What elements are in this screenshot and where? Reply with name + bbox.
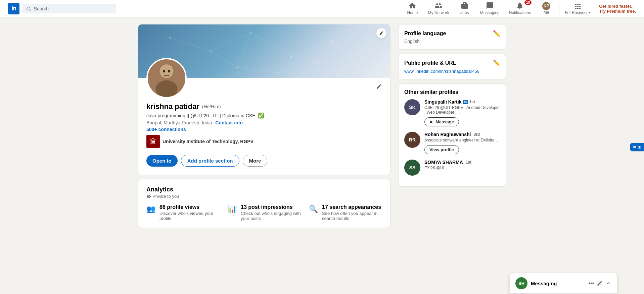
public-profile-title: Public profile & URL ✏️ [404,59,500,67]
svg-point-18 [277,72,279,74]
pencil-icon [379,31,384,36]
navbar: in Home My Network Jobs [0,0,644,17]
public-profile-edit[interactable]: ✏️ [493,59,500,67]
notifications-badge: 10 [524,0,532,5]
messaging-actions: ••• [588,280,611,286]
svg-point-12 [210,51,212,52]
svg-line-9 [278,62,318,73]
search-bar[interactable] [22,4,116,13]
svg-point-23 [163,70,165,72]
suggestion-name-singupalli: Singupalli Kartik in 1st [424,99,500,105]
bell-icon [516,2,524,10]
add-profile-section-button[interactable]: Add profile section [181,155,239,167]
view-profile-rohan-button[interactable]: View profile [424,145,459,154]
messaging-header[interactable]: SH Messaging ••• [510,273,617,294]
suggestion-info-somya: SOMYA SHARMA 1st EX'26 @UI... [424,160,500,170]
public-profile-card: Public profile & URL ✏️ www.linkedin.com… [399,54,506,79]
search-appearances-desc: See how often you appear in search resul… [322,211,382,221]
message-singupalli-button[interactable]: Message [424,117,459,126]
profile-banner [138,24,390,78]
profile-info: krishna patidar (He/Him) Java programmin… [138,78,390,175]
profile-language-value: English [404,39,500,44]
suggestion-avatar-somya: SS [404,160,420,176]
analytics-post-impressions[interactable]: 📊 13 post impressions Check out who's en… [228,204,301,221]
search-icon [26,6,31,11]
nav-notifications[interactable]: 10 Notifications [505,0,535,18]
profile-section: krishna patidar (He/Him) Java programmin… [138,24,390,228]
nav-my-network[interactable]: My Network [424,0,453,18]
svg-point-0 [27,7,30,10]
svg-point-17 [237,67,238,68]
right-sidebar: Profile language ✏️ English Public profi… [399,24,506,228]
profile-info-edit-button[interactable] [376,83,382,91]
nav-jobs-label: Jobs [460,10,469,15]
messaging-title: Messaging [531,281,585,286]
profile-actions: Open to Add profile section More [146,155,382,167]
analytics-profile-views[interactable]: 👥 86 profile views Discover who's viewed… [146,204,220,221]
analytics-card: Analytics Private to you 👥 86 profile vi… [138,179,390,228]
messaging-widget: SH Messaging ••• [510,273,617,294]
banner-edit-button[interactable] [376,28,387,39]
search-appearances-icon: 🔍 [309,205,318,214]
sh-label: SH [632,145,642,149]
profile-views-count: 86 profile views [159,204,220,210]
messaging-chevron-icon[interactable] [605,280,611,286]
svg-line-4 [251,33,291,57]
svg-point-13 [250,32,252,34]
analytics-search-appearances[interactable]: 🔍 17 search appearances See how often yo… [309,204,382,221]
open-to-button[interactable]: Open to [146,155,178,167]
premium-line1[interactable]: Get hired faster. [599,4,636,9]
svg-point-11 [170,37,171,39]
sh-float-button[interactable]: SH [630,143,644,151]
svg-point-16 [358,64,359,66]
profile-school: 🏛 University Institute of Technology, RG… [146,135,382,148]
profile-language-card: Profile language ✏️ English [399,24,506,50]
premium-line2[interactable]: Try Premium free. [599,9,636,14]
for-business-label: For Business ▾ [565,10,591,15]
profile-language-title: Profile language ✏️ [404,30,500,37]
svg-line-1 [30,9,31,10]
profile-pronoun: (He/Him) [202,104,221,109]
suggestion-info-rohan: Rohan Raghuwanshi 3rd Associate software… [424,132,500,154]
li-badge-singupalli: in [463,100,468,104]
connections-count[interactable]: 500+ connections [146,127,382,132]
nav-me[interactable]: KP Me [536,0,556,17]
profile-views-icon: 👥 [146,205,155,214]
nav-messaging[interactable]: Messaging [476,0,504,18]
more-button[interactable]: More [243,155,268,167]
public-profile-url[interactable]: www.linkedin.com/in/krishnapatidar458 [404,69,500,74]
suggestion-name-rohan: Rohan Raghuwanshi 3rd [424,132,500,137]
similar-profiles-card: Other similar profiles SK Singupalli Kar… [399,83,506,187]
svg-point-15 [331,40,332,42]
nav-for-business[interactable]: For Business ▾ [562,0,593,17]
briefcase-icon [461,2,469,10]
svg-line-2 [170,38,211,51]
post-impressions-count: 13 post impressions [241,204,301,210]
analytics-subtitle: Private to you [146,194,382,199]
linkedin-logo[interactable]: in [8,3,19,14]
suggestion-desc-rohan: Associate software engineer at Skillsire… [424,138,500,142]
svg-line-5 [291,41,331,57]
svg-point-24 [168,70,170,72]
nav-divider [559,3,559,14]
suggestion-rohan: RR Rohan Raghuwanshi 3rd Associate softw… [404,132,500,154]
search-input[interactable] [34,6,112,11]
analytics-title: Analytics [146,186,382,193]
svg-line-7 [211,51,237,67]
post-impressions-icon: 📊 [228,205,237,214]
edit-pencil-icon [376,83,382,90]
messaging-more-icon[interactable]: ••• [588,280,594,286]
profile-language-edit[interactable]: ✏️ [493,30,500,37]
nav-messaging-label: Messaging [480,10,500,15]
suggestion-somya: SS SOMYA SHARMA 1st EX'26 @UI... [404,160,500,176]
home-icon [408,2,416,10]
nav-home[interactable]: Home [402,0,422,18]
nav-notifications-label: Notifications [509,10,531,15]
premium-links: Get hired faster. Try Premium free. [599,4,636,14]
post-impressions-desc: Check out who's engaging with your posts [241,211,301,221]
messaging-compose-icon[interactable] [597,280,603,286]
profile-location: Bhopal, Madhya Pradesh, India Contact in… [146,120,382,125]
nav-jobs[interactable]: Jobs [455,0,475,18]
contact-info-link[interactable]: Contact info [215,120,243,125]
eye-icon [146,194,151,199]
